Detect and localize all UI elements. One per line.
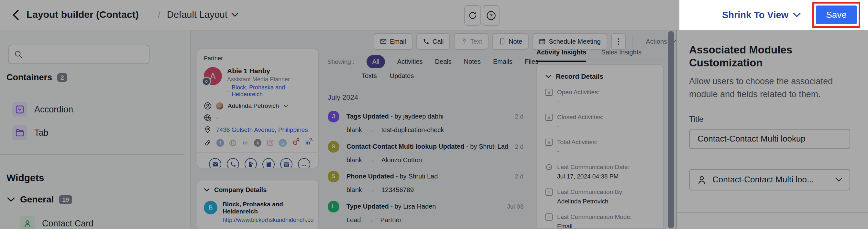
contact-role: Assistant Media Planner <box>227 76 312 83</box>
contact-name: Abie 1 Hanby <box>227 67 312 75</box>
filter-all[interactable]: All <box>367 55 385 68</box>
filter-deals[interactable]: Deals <box>435 58 452 65</box>
chevron-down-icon <box>7 197 15 202</box>
back-button[interactable] <box>9 8 22 21</box>
title-field-label: Title <box>689 115 868 124</box>
record-detail-row: #Closed Activities: - <box>546 114 655 130</box>
call-button[interactable]: Call <box>416 33 450 50</box>
sidebar-item-tab[interactable]: Tab <box>12 125 49 141</box>
x-icon[interactable]: X <box>254 139 262 147</box>
link-icon[interactable] <box>204 139 212 147</box>
email-icon <box>380 38 386 45</box>
filter-activities[interactable]: Activities <box>397 58 423 65</box>
timeline-item[interactable]: J Tags Updated - by jaydeep dabhi 2 d bl… <box>328 111 523 134</box>
chevron-down-icon <box>204 188 210 192</box>
sidebar-item-accordion[interactable]: Accordion <box>12 102 73 117</box>
more-icon[interactable]: … <box>298 158 310 168</box>
tabstrip-divider <box>534 60 664 60</box>
timeline-avatar: S <box>328 171 339 182</box>
widgets-group-general[interactable]: General 19 <box>7 192 72 207</box>
help-icon: ? <box>486 11 496 21</box>
widgets-sidebar: Containers 2 Accordion Tab Widgets Gener… <box>0 30 191 229</box>
associated-modules-panel: Associated Modules Customization Allow u… <box>676 30 868 229</box>
chevron-down-icon <box>546 75 551 78</box>
company-details-header[interactable]: Company Details <box>204 186 312 194</box>
filter-texts[interactable]: Texts <box>362 72 377 80</box>
filter-emails[interactable]: Emails <box>493 58 513 65</box>
owner-icon <box>204 102 212 110</box>
search-input[interactable] <box>27 50 144 59</box>
refresh-button[interactable] <box>464 5 481 26</box>
note-icon[interactable] <box>262 158 275 168</box>
save-button[interactable]: Save <box>816 5 857 24</box>
sidebar-item-label: Tab <box>34 128 49 138</box>
address-link[interactable]: 7436 Gulseth Avenue, Philippines <box>216 126 308 134</box>
contact-company-link[interactable]: Block, Prohaska and Heidenreich <box>231 84 312 98</box>
globe-icon[interactable] <box>229 139 237 147</box>
filter-notes[interactable]: Notes <box>464 58 481 65</box>
widgets-heading: Widgets <box>6 172 44 183</box>
calendar-icon <box>539 38 546 45</box>
search-icon <box>14 50 23 59</box>
linkedin-muted-icon[interactable]: in <box>241 139 249 147</box>
timeline-filters: Showing : All Activities Deals Notes Ema… <box>328 55 538 80</box>
breadcrumb-separator: / <box>158 9 160 20</box>
google-search-icon[interactable]: G <box>291 139 299 147</box>
timeline-item[interactable]: S Phone Updated - by Shruti Lad 2 d blan… <box>328 171 523 194</box>
vertical-scrollbar[interactable] <box>668 31 674 228</box>
chevron-down-icon <box>231 12 239 17</box>
panel-description: Allow users to choose the associated mod… <box>689 75 848 101</box>
layout-selector[interactable]: Default Layout <box>167 9 239 20</box>
more-actions-button[interactable]: ⋮ <box>611 33 626 50</box>
timeline-avatar: J <box>328 111 339 122</box>
arrow-icon: → <box>368 217 374 224</box>
chevron-left-icon <box>12 9 20 21</box>
record-details-header[interactable]: Record Details <box>546 73 655 80</box>
text-icon <box>460 38 467 45</box>
timeline-avatar: S <box>328 141 339 152</box>
text-field-icon: T <box>546 189 553 196</box>
kebab-icon: ⋮ <box>615 37 622 46</box>
sidebar-item-contact-card[interactable]: Contact Card <box>20 216 93 229</box>
text-icon[interactable] <box>245 158 257 168</box>
arrow-icon: → <box>369 186 375 194</box>
linkedin-search-icon[interactable]: in <box>304 139 312 147</box>
sidebar-search[interactable] <box>8 45 150 64</box>
accordion-icon <box>12 102 27 117</box>
help-button[interactable]: ? <box>483 5 499 26</box>
save-toolbar: Shrink To View Save <box>679 0 868 30</box>
timeline-item[interactable]: L Type Updated - by Lisa Haden Jul 03 Le… <box>328 201 523 224</box>
contact-card-icon <box>20 216 35 229</box>
sidebar-divider <box>0 154 184 155</box>
layout-selector-label: Default Layout <box>167 9 227 20</box>
company-details-title: Company Details <box>214 186 267 194</box>
website-value: - <box>216 114 218 121</box>
company-website-link[interactable]: http://www.blckprhskandhiderich.co <box>223 217 313 224</box>
shrink-to-view-dropdown[interactable]: Shrink To View <box>722 10 801 21</box>
meeting-icon[interactable] <box>280 158 292 168</box>
facebook-icon[interactable]: f <box>216 139 224 147</box>
text-field-icon: T <box>546 213 553 221</box>
instagram-icon[interactable] <box>266 139 274 147</box>
record-detail-row: TLast Communication By: Adelinda Petrovi… <box>546 189 655 205</box>
timeline-item[interactable]: S Contact-Contact Multi lookup Updated -… <box>328 141 523 164</box>
email-icon[interactable] <box>209 158 221 168</box>
skype-icon[interactable]: S <box>279 139 287 147</box>
page-title: Layout builder (Contact) <box>27 9 139 20</box>
website-row: - <box>204 114 312 122</box>
module-select[interactable]: Contact-Contact Multi loo... <box>689 169 850 191</box>
call-icon[interactable] <box>227 158 239 168</box>
filter-updates[interactable]: Updates <box>390 72 414 80</box>
timeline-time: Jul 03 <box>507 201 523 210</box>
record-detail-row: #Total Activities: - <box>546 139 655 155</box>
email-button[interactable]: Email <box>374 33 412 50</box>
text-button[interactable]: Text <box>454 33 489 50</box>
title-field-input[interactable] <box>689 129 850 149</box>
owner-row[interactable]: Adelinda Petrovich <box>204 102 312 110</box>
contact-card-widget: Partner A 0 Abie 1 Hanby Assistant Media… <box>197 49 319 168</box>
note-button[interactable]: Note <box>492 33 529 50</box>
chevron-down-icon <box>283 105 288 108</box>
sidebar-item-label: Accordion <box>34 105 73 115</box>
group-label: General <box>20 194 54 205</box>
schedule-meeting-button[interactable]: Schedule Meeting <box>532 33 607 50</box>
